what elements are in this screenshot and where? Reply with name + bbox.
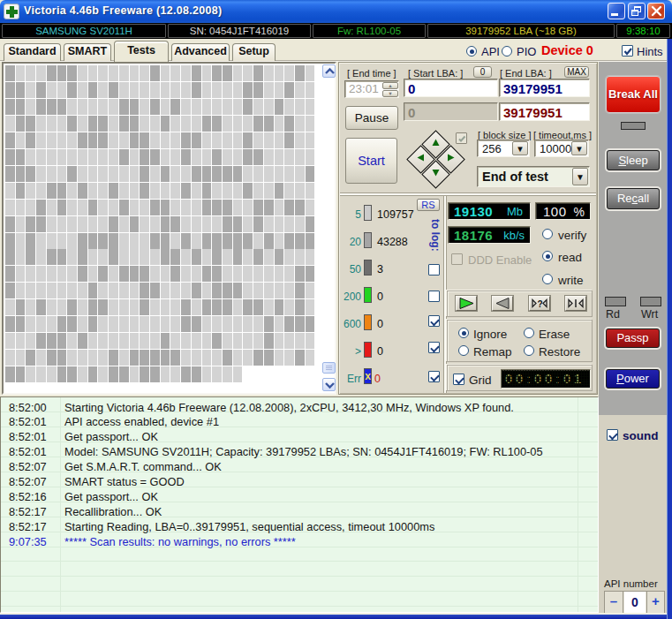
svg-text:?: ? (538, 299, 543, 309)
